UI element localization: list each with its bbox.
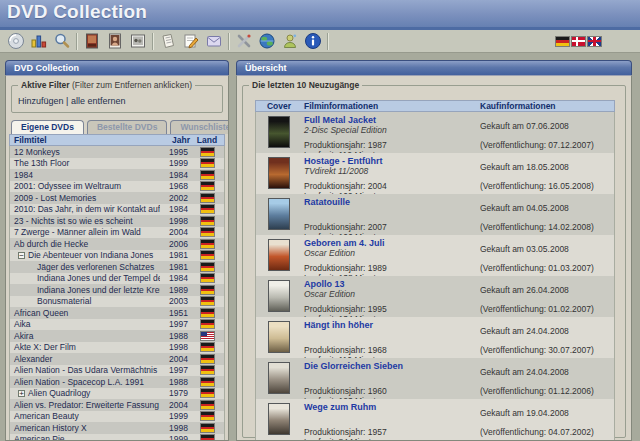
entry-title[interactable]: Apollo 13 <box>304 279 478 289</box>
film-row[interactable]: American Beauty 1999 <box>10 411 224 423</box>
entry-subtitle <box>304 371 478 381</box>
danish-flag-icon[interactable] <box>572 37 585 46</box>
film-row[interactable]: 2009 - Lost Memories 2002 <box>10 192 224 204</box>
country-flag-icon <box>201 159 214 167</box>
film-row[interactable]: +Alien Quadrilogy 1979 <box>10 388 224 400</box>
tree-expander-icon[interactable]: + <box>18 390 25 397</box>
entry-title[interactable]: Geboren am 4. Juli <box>304 238 478 248</box>
recent-entry-row[interactable]: Ratatouille Produktionsjahr: 2007 Laufze… <box>256 194 614 235</box>
entry-cover-cell <box>256 399 302 440</box>
actor-photo-icon[interactable] <box>103 31 126 52</box>
entry-title[interactable]: Hängt ihn höher <box>304 320 478 330</box>
column-jahr[interactable]: Jahr <box>160 135 190 145</box>
entry-title[interactable]: Die Glorreichen Sieben <box>304 361 478 371</box>
film-row[interactable]: 7 Zwerge - Männer allein im Wald 2004 <box>10 227 224 239</box>
dvd-cover-thumbnail[interactable] <box>268 280 290 312</box>
recent-entry-row[interactable]: Geboren am 4. Juli Oscar Edition Produkt… <box>256 235 614 276</box>
entry-purchase-date: Gekauft am 04.05.2008 <box>480 203 614 213</box>
edit-icon[interactable] <box>179 31 202 52</box>
dvd-cover-thumbnail[interactable] <box>268 321 290 353</box>
entry-release-date: (Veröffentlichung: 30.07.2007) <box>480 345 614 355</box>
film-row[interactable]: −Die Abenteuer von Indiana Jones 1981 <box>10 250 224 262</box>
film-title: Die Abenteuer von Indiana Jones <box>28 250 153 260</box>
tree-expander-icon[interactable]: − <box>18 252 25 259</box>
film-title: Alien Nation - Spacecop L.A. 1991 <box>14 377 144 387</box>
recent-entry-row[interactable]: Hostage - Entführt TVdirekt 11/2008 Prod… <box>256 153 614 194</box>
statistics-icon[interactable] <box>27 31 50 52</box>
column-cover: Cover <box>256 101 302 111</box>
tab-wunschliste[interactable]: Wunschliste <box>170 120 229 134</box>
film-year: 2003 <box>160 296 190 306</box>
film-country-cell <box>190 401 224 409</box>
tab-eigene-dvds[interactable]: Eigene DVDs <box>11 120 84 134</box>
scene-photo-icon[interactable] <box>126 31 149 52</box>
film-row[interactable]: 23 - Nichts ist so wie es scheint 1998 <box>10 215 224 227</box>
british-flag-icon[interactable] <box>588 37 601 46</box>
filter-remove-all-link[interactable]: alle entfernen <box>71 96 126 106</box>
entry-film-info: Apollo 13 Oscar Edition Produktionsjahr:… <box>302 276 480 317</box>
film-title: Alien Quadrilogy <box>28 388 90 398</box>
film-row[interactable]: Ab durch die Hecke 2006 <box>10 238 224 250</box>
entry-title[interactable]: Full Metal Jacket <box>304 115 478 125</box>
filter-add-link[interactable]: Hinzufügen <box>18 96 64 106</box>
info-icon[interactable] <box>301 31 324 52</box>
entry-title[interactable]: Ratatouille <box>304 197 478 207</box>
film-row[interactable]: Indiana Jones und der Tempel des Todes 1… <box>10 273 224 285</box>
dvd-cover-thumbnail[interactable] <box>268 116 290 148</box>
film-title-cell: American Pie <box>10 434 160 441</box>
dvd-cover-thumbnail[interactable] <box>268 198 290 230</box>
film-row[interactable]: Alien Nation - Das Udara Vermächtnis 199… <box>10 365 224 377</box>
entry-title[interactable]: Hostage - Entführt <box>304 156 478 166</box>
country-flag-icon <box>201 251 214 259</box>
recent-entry-row[interactable]: Wege zum Ruhm Produktionsjahr: 1957 Lauf… <box>256 399 614 440</box>
column-filmtitel[interactable]: Filmtitel <box>10 135 160 145</box>
email-icon[interactable] <box>202 31 225 52</box>
film-row[interactable]: 1984 1984 <box>10 169 224 181</box>
film-row[interactable]: 2010: Das Jahr, in dem wir Kontakt aufne… <box>10 204 224 216</box>
toolbar-separator <box>76 33 77 50</box>
film-row[interactable]: Indiana Jones und der letzte Kreuzzug 19… <box>10 284 224 296</box>
entry-title[interactable]: Wege zum Ruhm <box>304 402 478 412</box>
film-year: 1998 <box>160 216 190 226</box>
tools-icon[interactable] <box>232 31 255 52</box>
film-title-cell: 1984 <box>10 170 160 180</box>
dvd-cover-thumbnail[interactable] <box>268 403 290 435</box>
tab-bestellte-dvds[interactable]: Bestellte DVDs <box>87 120 167 134</box>
search-icon[interactable] <box>50 31 73 52</box>
film-row[interactable]: 2001: Odyssee im Weltraum 1968 <box>10 181 224 193</box>
user-icon[interactable] <box>278 31 301 52</box>
window-titlebar: DVD Collection <box>0 0 640 27</box>
film-row[interactable]: Alexander 2004 <box>10 353 224 365</box>
recent-entry-row[interactable]: Apollo 13 Oscar Edition Produktionsjahr:… <box>256 276 614 317</box>
film-row[interactable]: Alien vs. Predator: Erweiterte Fassung 2… <box>10 399 224 411</box>
recent-entry-row[interactable]: Die Glorreichen Sieben Produktionsjahr: … <box>256 358 614 399</box>
country-flag-icon <box>201 378 214 386</box>
film-row[interactable]: 12 Monkeys 1995 <box>10 146 224 158</box>
recent-entry-row[interactable]: Hängt ihn höher Produktionsjahr: 1968 La… <box>256 317 614 358</box>
entry-release-date: (Veröffentlichung: 01.12.2006) <box>480 386 614 396</box>
film-year: 2004 <box>160 227 190 237</box>
film-row[interactable]: Aika 1997 <box>10 319 224 331</box>
film-row[interactable]: American History X 1998 <box>10 422 224 434</box>
dvd-cover-thumbnail[interactable] <box>268 362 290 394</box>
film-row[interactable]: Akira 1988 <box>10 330 224 342</box>
column-land[interactable]: Land <box>190 135 224 145</box>
film-row[interactable]: Alien Nation - Spacecop L.A. 1991 1988 <box>10 376 224 388</box>
film-row[interactable]: American Pie 1999 <box>10 434 224 441</box>
german-flag-icon[interactable] <box>556 37 569 46</box>
film-row[interactable]: African Queen 1951 <box>10 307 224 319</box>
film-row[interactable]: Akte X: Der Film 1998 <box>10 342 224 354</box>
entry-purchase-date: Gekauft am 18.05.2008 <box>480 162 614 172</box>
recent-entry-row[interactable]: Full Metal Jacket 2-Disc Special Edition… <box>256 112 614 153</box>
notes-icon[interactable] <box>156 31 179 52</box>
cover-image-icon[interactable] <box>80 31 103 52</box>
dvd-cover-thumbnail[interactable] <box>268 239 290 271</box>
film-row[interactable]: Bonusmaterial 2003 <box>10 296 224 308</box>
dvd-disc-icon[interactable] <box>4 31 27 52</box>
film-row[interactable]: Jäger des verlorenen Schatzes 1981 <box>10 261 224 273</box>
dvd-cover-thumbnail[interactable] <box>268 157 290 189</box>
web-icon[interactable] <box>255 31 278 52</box>
film-row[interactable]: The 13th Floor 1999 <box>10 158 224 170</box>
entry-purchase-info: Gekauft am 24.04.2008 (Veröffentlichung:… <box>480 358 614 399</box>
country-flag-icon <box>201 217 214 225</box>
